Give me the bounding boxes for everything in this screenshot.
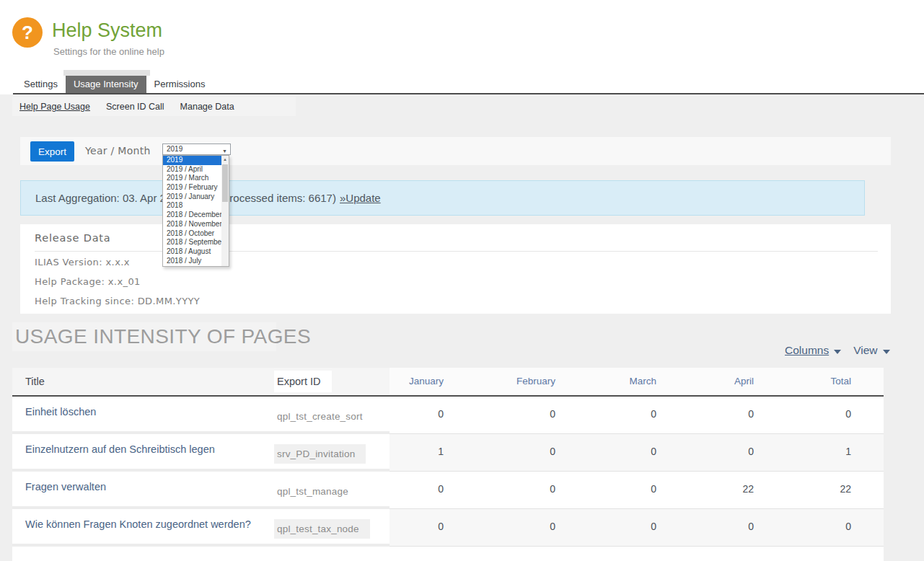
dropdown-option[interactable]: 2018 / July xyxy=(163,257,221,266)
col-header-march[interactable]: March xyxy=(588,368,689,397)
cell-march: 0 xyxy=(588,397,689,434)
dropdown-option[interactable]: 2018 / August xyxy=(163,247,221,257)
release-data-panel: Release Data ILIAS Version: x.x.x Help P… xyxy=(20,224,891,314)
table-controls: Columns View xyxy=(785,344,890,357)
active-tab-shadow xyxy=(63,70,150,76)
scrollbar-thumb[interactable] xyxy=(222,164,228,202)
dropdown-option[interactable]: 2018 / September xyxy=(163,238,221,247)
help-logo-icon: ? xyxy=(12,17,43,48)
section-title: USAGE INTENSITY OF PAGES xyxy=(15,325,311,348)
dropdown-option[interactable]: 2019 / April xyxy=(163,165,221,175)
cell-february: 0 xyxy=(476,397,588,434)
cell-february: 0 xyxy=(476,434,588,472)
row-title-link[interactable]: Fragen verwalten xyxy=(12,472,274,509)
table-header-row: Title Export ID January February March A… xyxy=(12,368,884,397)
row-export-id: qpl_test_tax_node xyxy=(274,509,390,547)
row-export-id: qpl_tst_create_sort xyxy=(274,397,390,434)
dropdown-option[interactable]: 2018 / October xyxy=(163,229,221,239)
dropdown-scrollbar[interactable]: ▲ xyxy=(221,156,229,266)
dropdown-options: 2019 2019 / April 2019 / March 2019 / Fe… xyxy=(163,156,221,266)
subtab-help-page-usage[interactable]: Help Page Usage xyxy=(19,102,90,112)
help-package-line: Help Package: x.x_01 xyxy=(35,276,141,287)
table-row-partial xyxy=(12,547,884,561)
page-header: ? Help System Settings for the online he… xyxy=(0,0,924,94)
cell-total: 22 xyxy=(786,472,884,509)
row-export-id: srv_PD_invitation xyxy=(274,434,390,472)
columns-label: Columns xyxy=(785,344,829,357)
export-button[interactable]: Export xyxy=(30,141,74,162)
view-dropdown-button[interactable]: View xyxy=(853,344,889,357)
tab-permissions[interactable]: Permissions xyxy=(146,76,214,93)
table-row: Wie können Fragen Knoten zugeordnet werd… xyxy=(12,509,884,547)
tab-usage-intensity[interactable]: Usage Intensity xyxy=(66,76,146,93)
cell-total: 0 xyxy=(786,509,884,547)
scroll-up-icon[interactable]: ▲ xyxy=(221,156,229,164)
cell-january: 0 xyxy=(390,397,476,434)
dropdown-option[interactable]: 2019 / February xyxy=(163,183,221,193)
dropdown-option[interactable]: 2018 / December xyxy=(163,211,221,220)
dropdown-option[interactable]: 2018 xyxy=(163,201,221,211)
cell-january: 0 xyxy=(390,472,476,509)
ilias-version-line: ILIAS Version: x.x.x xyxy=(35,257,130,268)
col-header-export-id[interactable]: Export ID xyxy=(274,368,390,397)
cell-january: 1 xyxy=(390,434,476,472)
usage-table: Title Export ID January February March A… xyxy=(12,368,884,561)
cell-april: 0 xyxy=(689,397,786,434)
cell-total: 1 xyxy=(786,434,884,472)
cell-february: 0 xyxy=(476,472,588,509)
chevron-down-icon xyxy=(883,350,890,354)
dropdown-option[interactable]: 2019 / January xyxy=(163,193,221,202)
dropdown-option[interactable]: 2019 / March xyxy=(163,174,221,183)
col-header-total[interactable]: Total xyxy=(786,368,884,397)
page-subtitle: Settings for the online help xyxy=(53,46,164,57)
tabbar-divider xyxy=(13,93,924,94)
cell-january: 0 xyxy=(390,509,476,547)
page-title: Help System xyxy=(52,19,162,42)
year-month-dropdown: 2019 2019 / April 2019 / March 2019 / Fe… xyxy=(162,155,229,267)
view-label: View xyxy=(853,344,877,357)
row-title-link[interactable]: Wie können Fragen Knoten zugeordnet werd… xyxy=(12,509,274,547)
year-month-label: Year / Month xyxy=(85,137,151,165)
help-tracking-line: Help Tracking since: DD.MM.YYYY xyxy=(35,296,200,306)
col-header-february[interactable]: February xyxy=(476,368,588,397)
columns-dropdown-button[interactable]: Columns xyxy=(785,344,841,357)
row-export-id: qpl_tst_manage xyxy=(274,472,390,509)
export-id-header-patch: Export ID xyxy=(274,371,332,392)
year-month-select[interactable]: 2019 ▼ xyxy=(162,143,231,155)
table-row: Fragen verwalten qpl_tst_manage 0 0 0 22… xyxy=(12,472,884,509)
last-aggregation-alert: Last Aggregation: 03. Apr 2019, 00:00 (p… xyxy=(20,180,865,216)
cell-february: 0 xyxy=(476,509,588,547)
cell-total: 0 xyxy=(786,397,884,434)
table-row: Einzelnutzern auf den Schreibtisch legen… xyxy=(12,434,884,472)
select-value: 2019 xyxy=(167,145,182,153)
cell-april: 0 xyxy=(689,434,786,472)
table-row: Einheit löschen qpl_tst_create_sort 0 0 … xyxy=(12,397,884,434)
col-header-title[interactable]: Title xyxy=(12,368,274,397)
help-system-page: ? Help System Settings for the online he… xyxy=(0,0,924,561)
toolbar: Export Year / Month 2019 ▼ xyxy=(20,137,891,165)
cell-april: 0 xyxy=(689,509,786,547)
col-header-january[interactable]: January xyxy=(390,368,476,397)
row-title-link[interactable]: Einzelnutzern auf den Schreibtisch legen xyxy=(12,434,274,472)
main-tabs: Settings Usage Intensity Permissions xyxy=(16,76,213,93)
panel-divider xyxy=(35,251,878,252)
sub-tabs: Help Page Usage Screen ID Call Manage Da… xyxy=(19,102,234,112)
cell-march: 0 xyxy=(588,472,689,509)
update-link[interactable]: »Update xyxy=(340,192,381,204)
row-title-link[interactable]: Einheit löschen xyxy=(12,397,274,434)
cell-march: 0 xyxy=(588,434,689,472)
dropdown-option[interactable]: 2018 / November xyxy=(163,220,221,229)
col-header-april[interactable]: April xyxy=(689,368,786,397)
cell-march: 0 xyxy=(588,509,689,547)
chevron-down-icon xyxy=(834,350,841,354)
cell-april: 22 xyxy=(689,472,786,509)
subtab-screen-id-call[interactable]: Screen ID Call xyxy=(106,102,164,112)
panel-heading: Release Data xyxy=(35,232,111,244)
subtab-manage-data[interactable]: Manage Data xyxy=(180,102,234,112)
tab-settings[interactable]: Settings xyxy=(16,76,66,93)
dropdown-option[interactable]: 2019 xyxy=(163,156,221,165)
